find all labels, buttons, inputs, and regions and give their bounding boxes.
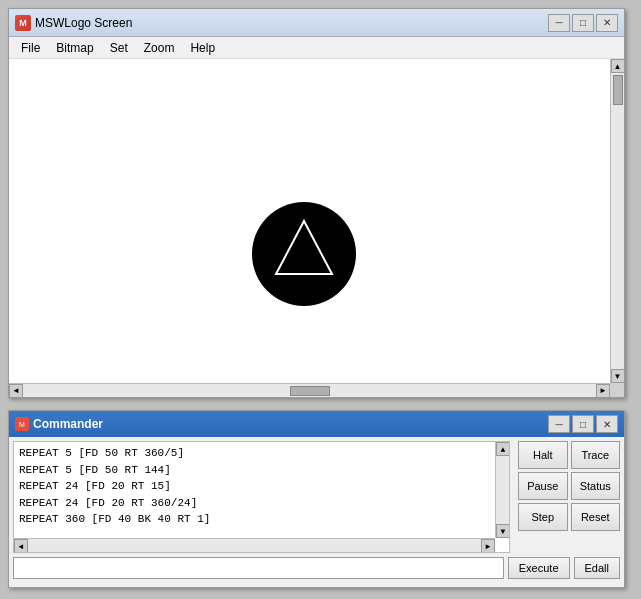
commander-maximize-button[interactable]: □ [572, 415, 594, 433]
main-close-button[interactable]: ✕ [596, 14, 618, 32]
code-scroll-up[interactable]: ▲ [496, 442, 510, 456]
buttons-panel: Halt Trace Pause Status Step Reset [514, 437, 624, 557]
scroll-left-button[interactable]: ◄ [9, 384, 23, 398]
code-line-3: REPEAT 24 [FD 20 RT 15] [19, 478, 504, 495]
main-window: M MSWLogo Screen ─ □ ✕ File Bitmap Set Z… [8, 8, 625, 398]
code-scroll-right2[interactable]: ► [481, 539, 495, 553]
canvas-scrollbar-bottom[interactable]: ◄ ► [9, 383, 610, 397]
code-line-5: REPEAT 360 [FD 40 BK 40 RT 1] [19, 511, 504, 528]
main-window-icon: M [15, 15, 31, 31]
code-line-2: REPEAT 5 [FD 50 RT 144] [19, 462, 504, 479]
code-text-area[interactable]: REPEAT 5 [FD 50 RT 360/5] REPEAT 5 [FD 5… [13, 441, 510, 553]
status-button[interactable]: Status [571, 472, 621, 500]
reset-button[interactable]: Reset [571, 503, 621, 531]
menu-zoom[interactable]: Zoom [136, 39, 183, 57]
code-scroll-track-h[interactable] [28, 539, 481, 552]
menu-bar: File Bitmap Set Zoom Help [9, 37, 624, 59]
code-scroll-left[interactable]: ◄ [14, 539, 28, 553]
commander-window: M Commander ─ □ ✕ REPEAT 5 [FD 50 RT 360… [8, 410, 625, 588]
main-window-controls: ─ □ ✕ [548, 14, 618, 32]
commander-title-bar: M Commander ─ □ ✕ [9, 411, 624, 437]
command-input[interactable] [13, 557, 504, 579]
edall-button[interactable]: Edall [574, 557, 620, 579]
menu-set[interactable]: Set [102, 39, 136, 57]
menu-help[interactable]: Help [182, 39, 223, 57]
trace-button[interactable]: Trace [571, 441, 621, 469]
svg-point-0 [252, 202, 356, 306]
commander-controls: ─ □ ✕ [548, 415, 618, 433]
pause-button[interactable]: Pause [518, 472, 568, 500]
commander-body: REPEAT 5 [FD 50 RT 360/5] REPEAT 5 [FD 5… [9, 437, 624, 557]
canvas-area: ▲ ▼ ◄ ► [9, 59, 624, 397]
scroll-thumb-right[interactable] [613, 75, 623, 105]
menu-bitmap[interactable]: Bitmap [48, 39, 101, 57]
main-minimize-button[interactable]: ─ [548, 14, 570, 32]
code-line-4: REPEAT 24 [FD 20 RT 360/24] [19, 495, 504, 512]
main-window-title: MSWLogo Screen [35, 16, 548, 30]
halt-button[interactable]: Halt [518, 441, 568, 469]
canvas-scrollbar-right[interactable]: ▲ ▼ [610, 59, 624, 383]
main-title-bar: M MSWLogo Screen ─ □ ✕ [9, 9, 624, 37]
scroll-up-button[interactable]: ▲ [611, 59, 625, 73]
scroll-track-right[interactable] [611, 73, 624, 369]
menu-file[interactable]: File [13, 39, 48, 57]
scroll-track-bottom[interactable] [23, 384, 596, 397]
code-content: REPEAT 5 [FD 50 RT 360/5] REPEAT 5 [FD 5… [14, 442, 509, 531]
code-scroll-down[interactable]: ▼ [496, 524, 510, 538]
scroll-right-button[interactable]: ► [596, 384, 610, 398]
commander-input-area: Execute Edall [9, 557, 624, 587]
scroll-thumb-bottom[interactable] [290, 386, 330, 396]
main-maximize-button[interactable]: □ [572, 14, 594, 32]
scroll-corner [610, 383, 624, 397]
step-button[interactable]: Step [518, 503, 568, 531]
commander-title: Commander [33, 417, 548, 431]
code-line-1: REPEAT 5 [FD 50 RT 360/5] [19, 445, 504, 462]
execute-button[interactable]: Execute [508, 557, 570, 579]
commander-close-button[interactable]: ✕ [596, 415, 618, 433]
commander-minimize-button[interactable]: ─ [548, 415, 570, 433]
scroll-down-button[interactable]: ▼ [611, 369, 625, 383]
turtle-canvas [9, 59, 610, 383]
code-scrollbar-right[interactable]: ▲ ▼ [495, 442, 509, 538]
code-scroll-track[interactable] [496, 456, 509, 524]
code-scrollbar-bottom[interactable]: ◄ ► [14, 538, 495, 552]
commander-icon: M [15, 417, 29, 431]
